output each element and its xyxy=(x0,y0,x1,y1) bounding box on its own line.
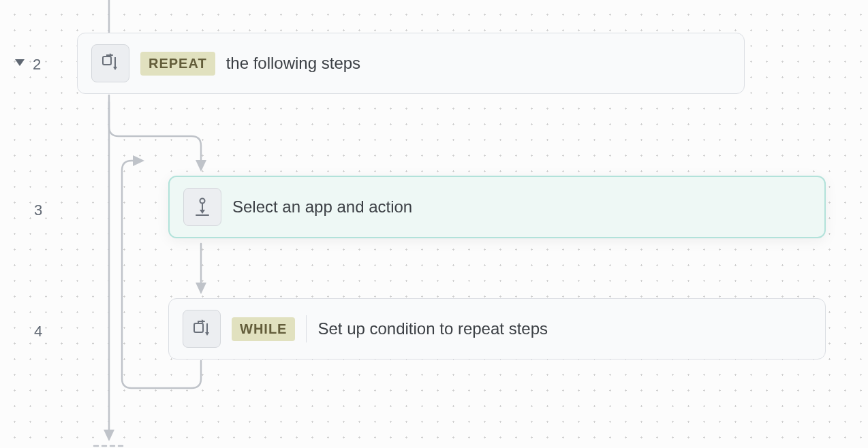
workflow-canvas: 2 3 4 REPEAT the following steps Selec xyxy=(0,0,868,448)
repeat-end-icon xyxy=(183,310,221,348)
svg-rect-16 xyxy=(194,323,203,332)
svg-marker-19 xyxy=(205,332,209,336)
svg-marker-11 xyxy=(113,67,117,70)
divider xyxy=(306,315,307,342)
while-text: Set up condition to repeat steps xyxy=(317,319,548,338)
step-while-card[interactable]: WHILE Set up condition to repeat steps xyxy=(168,298,826,359)
step-number-4: 4 xyxy=(34,323,42,340)
repeat-icon xyxy=(91,44,129,82)
while-badge: WHILE xyxy=(232,317,295,341)
svg-marker-6 xyxy=(196,283,206,294)
svg-marker-2 xyxy=(104,430,114,441)
svg-marker-7 xyxy=(133,155,144,166)
step-number-2: 2 xyxy=(33,56,41,74)
repeat-text: the following steps xyxy=(226,54,360,73)
step-select-card[interactable]: Select an app and action xyxy=(168,176,826,238)
svg-marker-14 xyxy=(200,210,205,214)
select-text: Select an app and action xyxy=(232,197,412,217)
step-repeat-card[interactable]: REPEAT the following steps xyxy=(77,33,745,94)
svg-point-12 xyxy=(200,199,205,204)
svg-rect-8 xyxy=(103,57,111,65)
svg-marker-4 xyxy=(196,160,206,172)
step-number-3: 3 xyxy=(34,202,42,219)
collapse-toggle-icon[interactable] xyxy=(15,59,25,66)
svg-marker-17 xyxy=(202,319,204,323)
pin-down-icon xyxy=(183,188,221,226)
repeat-badge: REPEAT xyxy=(140,52,215,76)
